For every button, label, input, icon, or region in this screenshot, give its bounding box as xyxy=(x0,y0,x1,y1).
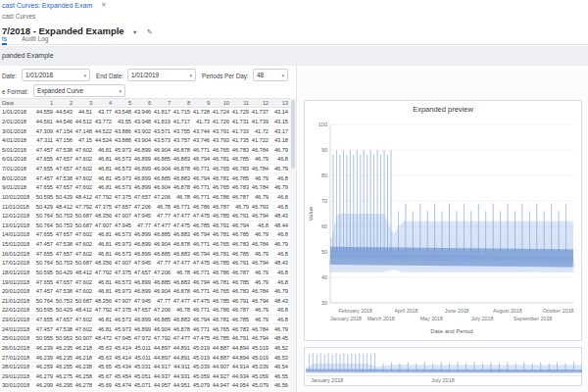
cell-value: 44.911 xyxy=(172,364,192,369)
cell-value: 43.791 xyxy=(212,128,231,134)
table-row[interactable]: 20/01/201847.45747.53847.60246.8145.9734… xyxy=(0,287,290,297)
col-header-period: 8 xyxy=(172,100,192,106)
table-row[interactable]: 8/01/201847.45747.53847.60246.8145.97346… xyxy=(0,173,290,183)
table-row[interactable]: 6/01/201847.65547.65747.60246.8146.57346… xyxy=(0,155,290,165)
cell-value: 46.573 xyxy=(114,279,133,285)
table-row[interactable]: 27/01/201846.23946.23546.21845.6345.4144… xyxy=(0,353,290,363)
cell-value: 47.657 xyxy=(55,251,74,257)
table-row[interactable]: 25/01/201850.95550.95350.90748.47247.945… xyxy=(0,334,290,344)
table-row[interactable]: 30/01/201846.29946.29546.27845.6945.4744… xyxy=(0,381,290,391)
table-row[interactable]: 12/01/201850.76450.75350.68748.35647.907… xyxy=(0,212,290,221)
table-row[interactable]: 21/01/201850.76450.75350.68748.35647.907… xyxy=(0,297,290,307)
cell-value: 46.783 xyxy=(231,288,251,294)
tab-audit-log[interactable]: Audit Log xyxy=(22,33,48,45)
svg-text:Value: Value xyxy=(308,206,314,221)
table-row[interactable]: 23/01/201847.65547.65747.60246.8146.5734… xyxy=(0,316,290,325)
table-row[interactable]: 16/01/201847.65547.65747.60246.8146.5734… xyxy=(0,249,290,259)
table-row[interactable]: 1/01/201844.55944.54344.5143.7743.54843.… xyxy=(0,108,290,118)
cell-value: 46.785 xyxy=(212,260,231,266)
cell-value: 47.655 xyxy=(35,251,55,257)
data-table: Data12345678910111213 1/01/201844.55944.… xyxy=(0,98,290,392)
cell-value: 45.039 xyxy=(251,364,270,369)
table-row[interactable]: 10/01/201850.59550.42948.41247.79247.375… xyxy=(0,193,290,203)
cell-value: 47.602 xyxy=(74,184,94,190)
chevron-down-icon: ▾ xyxy=(281,73,284,78)
table-row[interactable]: 19/01/201847.65547.65747.60246.8146.5734… xyxy=(0,277,290,287)
cell-value: 46.784 xyxy=(251,241,270,247)
cell-value: 46.79 xyxy=(251,317,270,322)
periods-per-day-select[interactable]: 48 ▾ xyxy=(253,69,288,81)
cell-value: 44.951 xyxy=(172,382,192,388)
end-date-select[interactable]: 1/01/2019 ▾ xyxy=(127,69,196,81)
table-row[interactable]: 4/01/201847.31147.15647.1544.52443.88843… xyxy=(0,136,290,146)
cell-value: 46.878 xyxy=(172,184,192,190)
table-row[interactable]: 3/01/201847.30947.15447.14844.52243.8864… xyxy=(0,126,290,136)
table-row[interactable]: 22/01/201850.59550.42948.41247.79247.375… xyxy=(0,306,290,316)
cell-value: 47.657 xyxy=(133,307,153,313)
table-row[interactable]: 2/01/201844.56144.54644.51243.77243.5543… xyxy=(0,118,290,127)
cell-value: 46.783 xyxy=(231,241,251,247)
table-row[interactable]: 15/01/201847.45747.53847.60246.8145.9734… xyxy=(0,240,290,250)
cell-value: 46.573 xyxy=(114,184,133,190)
cell-value: 45.414 xyxy=(114,345,133,351)
row-date: 21/01/2018 xyxy=(0,298,35,304)
cell-value: 47.657 xyxy=(55,166,74,172)
cell-value: 46.784 xyxy=(251,147,270,153)
tab-results[interactable]: ts xyxy=(2,33,7,45)
col-header-period: 4 xyxy=(94,100,114,106)
cell-value: 46.787 xyxy=(212,204,231,210)
cell-value: 50.429 xyxy=(35,204,55,210)
document-tab[interactable]: cast Curves: Expanded Exam xyxy=(2,2,92,9)
table-row[interactable]: 18/01/201850.59550.42948.41247.79247.375… xyxy=(0,269,290,278)
table-row[interactable]: 29/01/201846.27946.27546.25845.6745.4544… xyxy=(0,372,290,382)
cell-value: 46.899 xyxy=(133,184,153,190)
cell-value: 47.309 xyxy=(35,128,55,134)
cell-value: 44.931 xyxy=(172,373,192,379)
cell-value: 46.79 xyxy=(251,251,270,257)
range-navigator[interactable]: January 2018 July 2018 xyxy=(304,347,582,386)
cell-value: 46.786 xyxy=(212,307,231,313)
col-header-period: 11 xyxy=(231,100,251,106)
cell-value: 50.429 xyxy=(55,270,74,275)
cell-value: 46.238 xyxy=(74,364,94,369)
end-date-label: End Date: xyxy=(96,73,123,79)
cell-value: 46.883 xyxy=(172,156,192,162)
table-row[interactable]: 5/01/201847.45747.53847.60246.8145.97346… xyxy=(0,146,290,156)
section-title: panded Example xyxy=(2,52,54,59)
cell-value: 46.781 xyxy=(212,175,231,181)
cell-value: 46.299 xyxy=(35,382,55,388)
svg-text:April 2018: April 2018 xyxy=(395,308,418,314)
cell-value: 46.79 xyxy=(270,326,290,332)
table-row[interactable]: 28/01/201846.25946.25546.23845.6545.4344… xyxy=(0,363,290,372)
cell-value: 44.891 xyxy=(172,345,192,351)
scrollbar-thumb[interactable] xyxy=(291,100,295,169)
row-date: 30/01/2018 xyxy=(0,382,35,388)
breadcrumb[interactable]: cast Curves xyxy=(2,13,35,20)
table-row[interactable]: 14/01/201847.65547.65747.60246.8146.5734… xyxy=(0,230,290,240)
table-row[interactable]: 13/01/201850.76450.75350.68747.90747.945… xyxy=(0,221,290,231)
cell-value: 43.886 xyxy=(114,128,133,134)
table-row[interactable]: 17/01/201850.76450.75350.68748.35647.907… xyxy=(0,259,290,269)
table-row[interactable]: 7/01/201847.65547.65747.60246.8146.57346… xyxy=(0,165,290,174)
cell-value: 46.8 xyxy=(270,156,290,162)
curve-format-select[interactable]: Expanded Curve ▾ xyxy=(33,84,125,97)
cell-value: 46.56 xyxy=(270,382,290,388)
cell-value: 46.278 xyxy=(74,382,94,388)
page-title-row: 7/2018 - Expanded Example ▾ ✎ xyxy=(2,21,153,32)
cell-value: 41.819 xyxy=(153,119,172,124)
col-header-period: 9 xyxy=(192,100,212,106)
table-row[interactable]: 9/01/201847.65547.65747.60246.8146.57346… xyxy=(0,183,290,193)
cell-value: 46.765 xyxy=(212,147,231,153)
cell-value: 46.771 xyxy=(192,241,212,247)
cell-value: 47.657 xyxy=(133,194,153,200)
start-date-select[interactable]: 1/01/2018 ▾ xyxy=(22,69,90,81)
cell-value: 46.781 xyxy=(212,156,231,162)
cell-value: 50.764 xyxy=(35,298,55,304)
table-row[interactable]: 26/01/201846.23946.23546.21845.6345.4144… xyxy=(0,344,290,354)
cell-value: 46.791 xyxy=(212,222,231,228)
navigator-plot[interactable] xyxy=(306,351,582,376)
table-row[interactable]: 24/01/201847.45747.53847.60246.8145.9734… xyxy=(0,324,290,334)
cell-value: 47.457 xyxy=(35,326,55,332)
table-row[interactable]: 11/01/201850.42948.41247.79247.37547.657… xyxy=(0,202,290,212)
close-icon[interactable]: ✕ xyxy=(101,1,107,9)
